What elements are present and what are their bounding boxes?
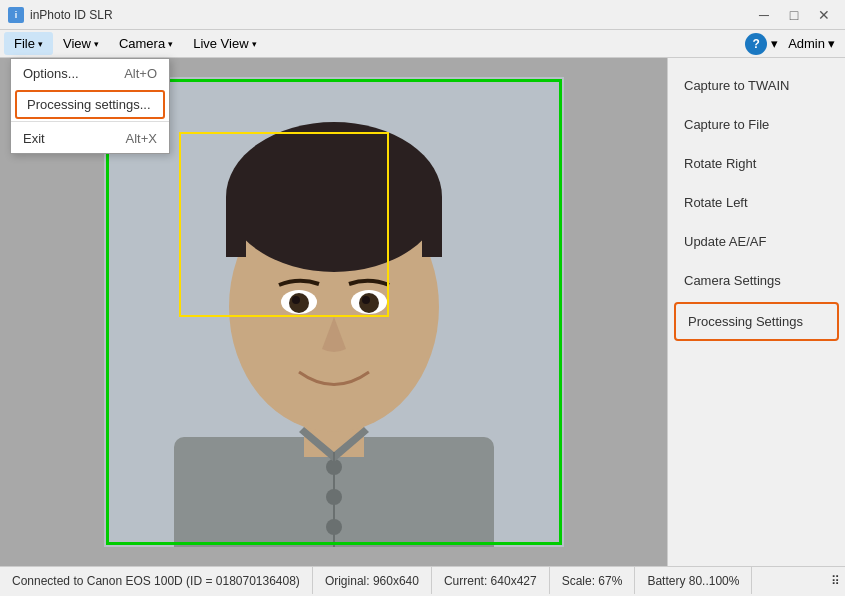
statusbar: Connected to Canon EOS 100D (ID = 018070… — [0, 566, 845, 594]
app-icon: i — [8, 7, 24, 23]
close-button[interactable]: ✕ — [811, 4, 837, 26]
help-button[interactable]: ? — [745, 33, 767, 55]
status-current: Current: 640x427 — [432, 567, 550, 594]
svg-point-5 — [226, 122, 442, 272]
titlebar-left: i inPhoto ID SLR — [8, 7, 113, 23]
admin-button[interactable]: Admin ▾ — [782, 34, 841, 53]
menu-liveview-arrow: ▾ — [252, 39, 257, 49]
menu-view[interactable]: View ▾ — [53, 32, 109, 55]
help-arrow-icon: ▾ — [771, 36, 778, 51]
menu-options[interactable]: Options... Alt+O — [11, 59, 169, 88]
resize-handle[interactable]: ⠿ — [831, 574, 845, 588]
menu-exit-shortcut: Alt+X — [126, 131, 157, 146]
rotate-left-button[interactable]: Rotate Left — [668, 183, 845, 222]
menu-file-arrow: ▾ — [38, 39, 43, 49]
processing-settings-button[interactable]: Processing Settings — [674, 302, 839, 341]
menu-options-label: Options... — [23, 66, 79, 81]
admin-arrow-icon: ▾ — [828, 36, 835, 51]
original-text: Original: 960x640 — [325, 574, 419, 588]
menubar: File ▾ View ▾ Camera ▾ Live View ▾ ? ▾ A… — [0, 30, 845, 58]
minimize-button[interactable]: ─ — [751, 4, 777, 26]
battery-text: Battery 80..100% — [647, 574, 739, 588]
file-dropdown-menu: Options... Alt+O Processing settings... … — [10, 58, 170, 154]
status-original: Original: 960x640 — [313, 567, 432, 594]
menu-separator — [11, 121, 169, 122]
svg-point-13 — [362, 296, 370, 304]
rotate-right-button[interactable]: Rotate Right — [668, 144, 845, 183]
menu-processing-settings-label: Processing settings... — [27, 97, 151, 112]
svg-point-10 — [289, 293, 309, 313]
svg-point-12 — [292, 296, 300, 304]
svg-rect-7 — [422, 197, 442, 257]
status-connection: Connected to Canon EOS 100D (ID = 018070… — [0, 567, 313, 594]
maximize-button[interactable]: □ — [781, 4, 807, 26]
capture-twain-button[interactable]: Capture to TWAIN — [668, 66, 845, 105]
admin-label: Admin — [788, 36, 825, 51]
scale-text: Scale: 67% — [562, 574, 623, 588]
menu-camera[interactable]: Camera ▾ — [109, 32, 183, 55]
menu-view-label: View — [63, 36, 91, 51]
photo-container — [104, 77, 564, 547]
menu-file-label: File — [14, 36, 35, 51]
titlebar: i inPhoto ID SLR ─ □ ✕ — [0, 0, 845, 30]
menu-liveview[interactable]: Live View ▾ — [183, 32, 266, 55]
capture-file-button[interactable]: Capture to File — [668, 105, 845, 144]
menu-exit[interactable]: Exit Alt+X — [11, 124, 169, 153]
status-battery: Battery 80..100% — [635, 567, 752, 594]
menu-camera-arrow: ▾ — [168, 39, 173, 49]
menu-right: ? ▾ Admin ▾ — [745, 33, 841, 55]
person-image — [104, 77, 564, 547]
update-aeaf-button[interactable]: Update AE/AF — [668, 222, 845, 261]
svg-point-11 — [359, 293, 379, 313]
menu-file[interactable]: File ▾ — [4, 32, 53, 55]
titlebar-controls: ─ □ ✕ — [751, 4, 837, 26]
menu-liveview-label: Live View — [193, 36, 248, 51]
menu-options-shortcut: Alt+O — [124, 66, 157, 81]
menu-view-arrow: ▾ — [94, 39, 99, 49]
menu-processing-settings[interactable]: Processing settings... — [15, 90, 165, 119]
connection-text: Connected to Canon EOS 100D (ID = 018070… — [12, 574, 300, 588]
menu-camera-label: Camera — [119, 36, 165, 51]
status-scale: Scale: 67% — [550, 567, 636, 594]
menu-exit-label: Exit — [23, 131, 45, 146]
camera-settings-button[interactable]: Camera Settings — [668, 261, 845, 300]
svg-rect-6 — [226, 197, 246, 257]
app-title: inPhoto ID SLR — [30, 8, 113, 22]
right-panel: Capture to TWAIN Capture to File Rotate … — [667, 58, 845, 566]
current-text: Current: 640x427 — [444, 574, 537, 588]
